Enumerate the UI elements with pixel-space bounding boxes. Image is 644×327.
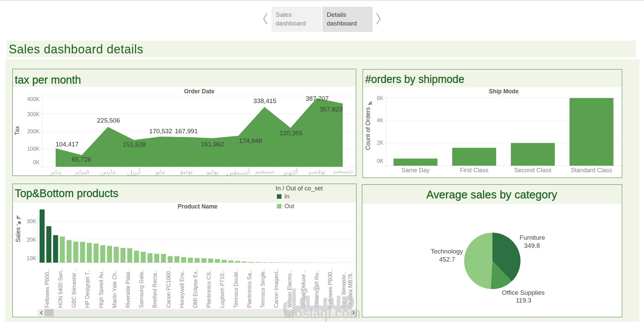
svg-text:400K: 400K — [27, 96, 40, 102]
svg-text:119.3: 119.3 — [516, 297, 531, 304]
svg-text:Out: Out — [284, 203, 294, 209]
svg-text:First Class: First Class — [460, 167, 488, 174]
svg-text:Ship Mode: Ship Mode — [489, 88, 519, 95]
svg-text:Plantronics Sa..: Plantronics Sa.. — [247, 270, 252, 308]
svg-text:Count of Orders: Count of Orders — [365, 107, 371, 150]
svg-text:6K: 6K — [377, 95, 383, 101]
svg-text:300K: 300K — [27, 111, 40, 117]
svg-text:Canon Imagecl..: Canon Imagecl.. — [273, 269, 279, 308]
svg-text:20K: 20K — [27, 237, 37, 243]
svg-text:HON 5400 Seri..: HON 5400 Seri.. — [58, 269, 63, 308]
svg-text:Fellowes PB50..: Fellowes PB50.. — [44, 269, 50, 308]
svg-text:104,417: 104,417 — [56, 141, 79, 148]
svg-text:Bretford Recta..: Bretford Recta.. — [152, 270, 158, 308]
svg-text:Riverside Palai..: Riverside Palai.. — [125, 269, 131, 308]
svg-text:Product Name: Product Name — [178, 203, 218, 210]
svg-text:Tax: Tax — [14, 126, 20, 135]
svg-text:DMI Eclipse Ex..: DMI Eclipse Ex.. — [193, 269, 198, 308]
svg-text:Tennsco Doubl..: Tennsco Doubl.. — [233, 269, 239, 308]
svg-text:Logitech P710..: Logitech P710.. — [219, 271, 225, 308]
svg-text:Tennsco Single..: Tennsco Single.. — [260, 269, 266, 308]
svg-text:In / Out of co_set: In / Out of co_set — [276, 185, 323, 192]
svg-text:HP Designjet T..: HP Designjet T.. — [85, 270, 90, 308]
svg-text:Sales: Sales — [15, 227, 21, 242]
svg-text:Office Supplies: Office Supplies — [502, 289, 544, 296]
svg-text:Plantronics CS..: Plantronics CS.. — [206, 269, 212, 308]
svg-text:151,538: 151,538 — [123, 141, 146, 148]
svg-text:220,355: 220,355 — [279, 130, 303, 137]
svg-text:Technology: Technology — [431, 248, 463, 255]
svg-text:10K: 10K — [27, 255, 37, 261]
svg-text:Furniture: Furniture — [520, 234, 545, 241]
svg-text:Wilson Electro..: Wilson Electro.. — [287, 271, 292, 308]
svg-text:170,532: 170,532 — [149, 128, 172, 135]
svg-text:357,823: 357,823 — [320, 106, 343, 113]
svg-text:High Speed Au..: High Speed Au.. — [98, 269, 104, 308]
svg-text:Samsung Gala..: Samsung Gala.. — [139, 269, 144, 308]
svg-text:65,726: 65,726 — [72, 156, 91, 163]
svg-text:161,962: 161,962 — [201, 141, 224, 148]
svg-text:Standard Class: Standard Class — [571, 167, 612, 174]
svg-text:0K: 0K — [377, 158, 383, 164]
svg-text:Same Day: Same Day — [401, 167, 430, 174]
svg-text:452.7: 452.7 — [439, 256, 455, 263]
svg-text:Canon PC1060 ..: Canon PC1060 .. — [166, 267, 171, 308]
svg-text:30K: 30K — [27, 219, 37, 224]
svg-text:0K: 0K — [33, 159, 40, 165]
svg-text:Martin Yale Ch..: Martin Yale Ch.. — [112, 270, 117, 308]
svg-text:In: In — [284, 193, 289, 200]
svg-text:225,506: 225,506 — [97, 117, 120, 124]
svg-text:349.8: 349.8 — [524, 242, 540, 249]
svg-text:167,991: 167,991 — [175, 128, 198, 135]
svg-text:Honeywell Env..: Honeywell Env.. — [179, 270, 185, 308]
svg-text:mostaql.com: mostaql.com — [283, 304, 361, 322]
svg-text:100K: 100K — [27, 146, 40, 152]
svg-text:GBC Ibimaster ..: GBC Ibimaster .. — [71, 268, 77, 308]
svg-text:174,948: 174,948 — [239, 137, 262, 144]
svg-text:338,415: 338,415 — [253, 97, 276, 104]
svg-text:Second Class: Second Class — [514, 167, 551, 174]
svg-text:4K: 4K — [377, 118, 383, 123]
svg-text:200K: 200K — [27, 129, 40, 134]
svg-text:2K: 2K — [377, 140, 383, 146]
svg-text:387,707: 387,707 — [306, 95, 329, 102]
svg-text:Order Date: Order Date — [184, 88, 215, 95]
